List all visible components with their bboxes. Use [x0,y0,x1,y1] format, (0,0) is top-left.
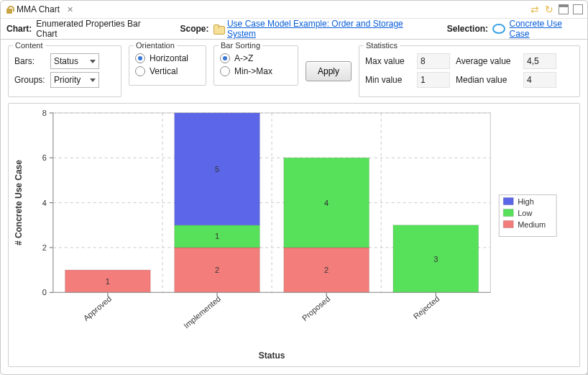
svg-text:Approved: Approved [81,294,113,322]
barsorting-fieldset: Bar Sorting A->Z Min->Max [213,45,298,86]
sort-minmax-label: Min->Max [234,66,272,76]
bars-value: Status [54,56,78,66]
med-label: Median value [456,75,518,85]
min-label: Min value [365,75,411,85]
selection-label: Selection: [447,24,488,34]
scope-link[interactable]: Use Case Model Example: Order and Storag… [227,19,426,39]
svg-rect-50 [503,221,513,228]
minimize-icon[interactable] [559,4,569,14]
ellipse-icon [492,24,505,34]
bars-select[interactable]: Status [50,53,99,69]
orientation-legend: Orientation [134,41,177,50]
svg-text:2: 2 [42,243,47,252]
svg-text:4: 4 [324,199,329,207]
scope-label: Scope: [180,24,209,34]
controls-panel: Content Bars: Status Groups: Priority Or… [1,40,587,100]
svg-text:1: 1 [215,232,219,240]
chart-container: 024681Approved215Implemented24Proposed3R… [1,100,587,374]
chevron-down-icon [90,60,96,63]
svg-rect-46 [503,198,513,205]
chart-label: Chart: [6,24,32,34]
maximize-icon[interactable] [573,4,583,14]
orientation-vertical-radio[interactable] [135,66,145,76]
svg-text:2: 2 [324,266,329,274]
svg-text:2: 2 [215,266,219,274]
statistics-legend: Statistics [364,41,400,50]
max-value: 8 [417,53,450,69]
svg-text:1: 1 [106,277,110,286]
groups-select[interactable]: Priority [50,72,99,88]
groups-value: Priority [54,75,81,85]
svg-text:8: 8 [42,109,47,117]
svg-text:# Concrete Use Case: # Concrete Use Case [14,160,24,245]
svg-text:Proposed: Proposed [300,294,332,322]
selection-link[interactable]: Concrete Use Case [510,19,582,39]
lock-icon [5,5,14,14]
tab-close-icon[interactable]: ✕ [67,5,73,14]
titlebar: MMA Chart ✕ ⇄ ↻ [1,1,587,19]
barsorting-legend: Bar Sorting [219,41,262,50]
min-value: 1 [417,72,450,88]
svg-text:5: 5 [215,165,219,173]
swap-icon[interactable]: ⇄ [530,4,540,14]
svg-text:0: 0 [42,288,47,297]
max-label: Max value [365,56,411,66]
svg-text:Status: Status [259,351,285,361]
svg-rect-48 [503,209,513,217]
content-fieldset: Content Bars: Status Groups: Priority [8,45,121,97]
app-window: MMA Chart ✕ ⇄ ↻ Chart: Enumerated Proper… [0,0,588,375]
info-header: Chart: Enumerated Properties Bar Chart S… [1,19,587,40]
folder-icon [213,24,223,33]
orientation-horizontal-radio[interactable] [135,53,145,63]
chart-frame: 024681Approved215Implemented24Proposed3R… [8,103,580,367]
apply-button[interactable]: Apply [306,61,352,81]
groups-label: Groups: [14,75,46,85]
content-legend: Content [13,41,45,50]
svg-text:High: High [518,197,534,206]
orientation-horizontal-label: Horizontal [150,53,188,63]
sort-az-radio[interactable] [220,53,230,63]
svg-text:3: 3 [433,255,438,263]
avg-label: Average value [456,56,518,66]
chart-svg: 024681Approved215Implemented24Proposed3R… [9,104,579,366]
bars-label: Bars: [14,56,46,66]
window-title: MMA Chart [17,4,60,14]
sort-minmax-radio[interactable] [220,66,230,76]
svg-text:4: 4 [42,199,47,207]
svg-text:Medium: Medium [518,220,546,229]
med-value: 4 [523,72,556,88]
chart-name: Enumerated Properties Bar Chart [36,19,159,39]
avg-value: 4,5 [523,53,556,69]
refresh-icon[interactable]: ↻ [544,4,554,14]
svg-text:Rejected: Rejected [412,294,441,321]
orientation-vertical-label: Vertical [150,66,178,76]
chevron-down-icon [90,78,96,82]
svg-text:6: 6 [42,153,47,162]
sort-az-label: A->Z [234,53,253,63]
svg-text:Low: Low [518,209,532,217]
statistics-fieldset: Statistics Max value 8 Average value 4,5… [359,45,580,97]
orientation-fieldset: Orientation Horizontal Vertical [129,45,206,86]
svg-text:Implemented: Implemented [182,294,222,330]
